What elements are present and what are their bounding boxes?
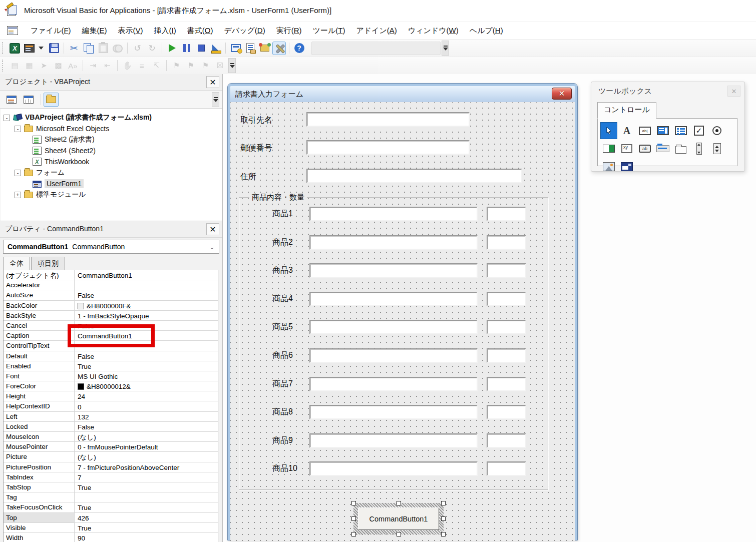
tree-item-modules-folder[interactable]: + 標準モジュール bbox=[1, 189, 222, 200]
command-button[interactable]: CommandButton1 bbox=[358, 507, 439, 530]
property-row[interactable]: LockedFalse bbox=[4, 422, 218, 432]
object-browser-button[interactable] bbox=[258, 42, 271, 55]
item-textbox[interactable] bbox=[309, 320, 478, 334]
clear-all-bookmarks-button[interactable]: ☒ bbox=[213, 59, 227, 73]
comment-block-button[interactable]: ≡ bbox=[135, 59, 149, 73]
menu-tools[interactable]: ツール(T) bbox=[307, 24, 351, 38]
toggle-breakpoint-button[interactable]: ✋ bbox=[121, 59, 134, 73]
toolbar-grip[interactable] bbox=[2, 42, 5, 54]
item-textbox[interactable] bbox=[309, 348, 478, 363]
property-value[interactable]: False bbox=[75, 290, 218, 300]
cut-button[interactable]: ✂ bbox=[67, 42, 81, 55]
userform-client-area[interactable]: 取引先名 郵便番号 住所 商品内容・数量 商品1 商品2 商品3 商品4 商品5… bbox=[230, 102, 575, 542]
menu-view[interactable]: 表示(V) bbox=[113, 24, 149, 38]
resize-handle[interactable] bbox=[351, 532, 356, 536]
property-row[interactable]: TabIndex7 bbox=[4, 472, 218, 482]
item-textbox[interactable] bbox=[309, 292, 478, 306]
selection-frame[interactable]: CommandButton1 bbox=[353, 503, 444, 534]
properties-window-button[interactable] bbox=[243, 42, 257, 55]
item-label[interactable]: 商品4 bbox=[272, 294, 306, 304]
undo-button[interactable]: ↺ bbox=[131, 42, 144, 55]
tree-item-excel-objects[interactable]: - Microsoft Excel Objects bbox=[1, 123, 222, 134]
view-microsoft-excel-button[interactable]: X bbox=[8, 42, 22, 55]
property-value[interactable]: 90 bbox=[75, 533, 218, 542]
outdent-button[interactable]: ⇤ bbox=[101, 59, 114, 73]
property-row[interactable]: AutoSizeFalse bbox=[4, 290, 218, 300]
textbox-postal-code[interactable] bbox=[306, 140, 470, 155]
refedit-tool[interactable] bbox=[618, 158, 635, 175]
item-qty-textbox[interactable] bbox=[487, 377, 526, 391]
toolbar-grip[interactable] bbox=[2, 60, 5, 72]
property-value[interactable]: &H80000012& bbox=[75, 381, 218, 391]
property-row[interactable]: (オブジェクト名)CommandButton1 bbox=[4, 270, 218, 280]
redo-button[interactable]: ↻ bbox=[145, 42, 159, 55]
properties-panel-titlebar[interactable]: プロパティ - CommandButton1 ✕ bbox=[0, 221, 222, 238]
toolbox-tab-controls[interactable]: コントロール bbox=[597, 102, 656, 119]
toolbox-titlebar[interactable]: ツールボックス ✕ bbox=[591, 82, 744, 100]
property-row[interactable]: MousePointer0 - fmMousePointerDefault bbox=[4, 442, 218, 452]
item-qty-textbox[interactable] bbox=[487, 263, 526, 278]
property-row[interactable]: HelpContextID0 bbox=[4, 401, 218, 411]
property-value[interactable]: 426 bbox=[75, 513, 218, 522]
property-row[interactable]: VisibleTrue bbox=[4, 523, 218, 533]
list-constants-button[interactable]: ▦ bbox=[23, 59, 36, 73]
toolbar-overflow-button[interactable] bbox=[228, 58, 236, 73]
property-row[interactable]: BackColor&H8000000F& bbox=[4, 301, 218, 311]
item-label[interactable]: 商品3 bbox=[272, 265, 306, 276]
project-close-button[interactable]: ✕ bbox=[206, 76, 219, 88]
property-value[interactable]: 132 bbox=[75, 412, 218, 421]
find-button[interactable] bbox=[111, 42, 124, 55]
insert-userform-button[interactable] bbox=[23, 42, 36, 55]
next-bookmark-button[interactable]: ⚑ bbox=[184, 59, 198, 73]
item-textbox[interactable] bbox=[309, 207, 478, 221]
commandbutton-tool[interactable]: ab bbox=[636, 140, 653, 157]
item-qty-textbox[interactable] bbox=[487, 320, 526, 334]
resize-handle[interactable] bbox=[397, 501, 401, 505]
property-value[interactable]: (なし) bbox=[75, 432, 218, 441]
item-label[interactable]: 商品6 bbox=[272, 350, 306, 361]
resize-handle[interactable] bbox=[441, 532, 446, 536]
project-panel-titlebar[interactable]: プロジェクト - VBAProject ✕ bbox=[0, 74, 222, 91]
insert-dropdown-arrow-icon[interactable] bbox=[39, 47, 44, 50]
multipage-tool[interactable] bbox=[672, 140, 689, 157]
toolbox-close-button[interactable]: ✕ bbox=[727, 86, 740, 97]
item-label[interactable]: 商品8 bbox=[272, 407, 306, 417]
label-postal-code[interactable]: 郵便番号 bbox=[240, 143, 272, 154]
item-label[interactable]: 商品5 bbox=[272, 322, 306, 332]
property-row[interactable]: MouseIcon(なし) bbox=[4, 432, 218, 442]
image-tool[interactable] bbox=[600, 158, 617, 175]
item-qty-textbox[interactable] bbox=[487, 292, 526, 306]
property-value[interactable]: 0 bbox=[75, 401, 218, 411]
property-value[interactable]: &H8000000F& bbox=[75, 301, 218, 310]
property-value[interactable] bbox=[75, 492, 218, 502]
property-row[interactable]: TabStopTrue bbox=[4, 482, 218, 492]
tabstrip-tool[interactable] bbox=[654, 140, 671, 157]
property-value[interactable]: False bbox=[75, 351, 218, 361]
copy-button[interactable] bbox=[82, 42, 95, 55]
item-qty-textbox[interactable] bbox=[487, 348, 526, 363]
resize-handle[interactable] bbox=[441, 501, 446, 505]
toolbox-button[interactable] bbox=[272, 42, 286, 55]
property-value[interactable]: True bbox=[75, 502, 218, 512]
property-row[interactable]: Picture(なし) bbox=[4, 452, 218, 462]
previous-bookmark-button[interactable]: ⚑ bbox=[199, 59, 212, 73]
item-label[interactable]: 商品7 bbox=[272, 379, 306, 389]
toggle-folders-button[interactable] bbox=[44, 93, 59, 107]
menu-insert[interactable]: 挿入(I) bbox=[149, 24, 182, 38]
menu-debug[interactable]: デバッグ(D) bbox=[218, 24, 270, 38]
textbox-tool[interactable]: ab| bbox=[636, 122, 653, 139]
select-objects-tool[interactable] bbox=[600, 122, 617, 139]
tree-item-sheet4[interactable]: Sheet4 (Sheet2) bbox=[1, 145, 222, 156]
resize-handle[interactable] bbox=[351, 501, 356, 505]
list-properties-methods-button[interactable]: ▤ bbox=[8, 59, 22, 73]
property-row[interactable]: Accelerator bbox=[4, 280, 218, 290]
parameter-info-button[interactable]: ▩ bbox=[52, 59, 65, 73]
property-row[interactable]: Height24 bbox=[4, 391, 218, 401]
label-address[interactable]: 住所 bbox=[240, 172, 256, 182]
item-qty-textbox[interactable] bbox=[487, 405, 526, 419]
property-value[interactable] bbox=[75, 280, 218, 290]
property-value[interactable]: True bbox=[75, 482, 218, 492]
property-value[interactable]: (なし) bbox=[75, 452, 218, 461]
menu-edit[interactable]: 編集(E) bbox=[77, 24, 113, 38]
property-row[interactable]: Left132 bbox=[4, 412, 218, 422]
